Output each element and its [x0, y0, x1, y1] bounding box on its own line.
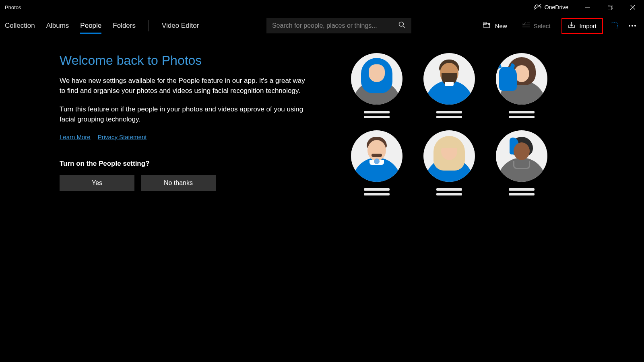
maximize-icon: [608, 5, 613, 10]
avatar-cell: [341, 53, 413, 118]
close-icon: [630, 5, 635, 10]
content: Welcome back to Photos We have new setti…: [0, 37, 644, 195]
avatar-cell: [485, 53, 558, 118]
prompt-title: Turn on the People setting?: [60, 160, 309, 168]
avatar: [496, 130, 547, 182]
avatar-placeholder-lines: [364, 188, 390, 195]
avatar-placeholder-lines: [364, 111, 390, 118]
minimize-button[interactable]: [576, 0, 599, 14]
svg-rect-1: [608, 6, 612, 10]
avatar-cell: [413, 130, 485, 195]
more-icon: [632, 25, 633, 27]
import-label: Import: [579, 23, 597, 29]
avatar: [423, 53, 475, 105]
avatars-grid: [341, 53, 558, 195]
avatar: [423, 130, 475, 182]
avatar: [496, 53, 547, 105]
avatar-placeholder-lines: [436, 188, 462, 195]
minimize-icon: [585, 7, 590, 8]
select-button[interactable]: Select: [518, 20, 555, 32]
onedrive-status[interactable]: OneDrive: [526, 4, 576, 11]
cloud-off-icon: [534, 4, 541, 11]
import-icon: [568, 22, 575, 30]
svg-point-2: [399, 22, 404, 27]
tab-albums[interactable]: Albums: [46, 19, 69, 33]
nav-divider: [149, 20, 149, 31]
welcome-paragraph-2: Turn this feature on if the people in yo…: [60, 105, 309, 124]
window-title: Photos: [5, 4, 21, 10]
navbar: Collection Albums People Folders Video E…: [0, 14, 644, 37]
svg-point-5: [488, 23, 490, 25]
learn-more-link[interactable]: Learn More: [60, 134, 91, 140]
nav-actions: New Select Import: [479, 18, 639, 34]
tab-video-editor[interactable]: Video Editor: [162, 19, 199, 33]
avatar-cell: [413, 53, 485, 118]
links-row: Learn More Privacy Statement: [60, 134, 309, 140]
yes-button[interactable]: Yes: [60, 175, 134, 191]
titlebar: Photos OneDrive: [0, 0, 644, 14]
new-button[interactable]: New: [479, 20, 511, 32]
search-input[interactable]: [272, 22, 395, 29]
avatar-placeholder-lines: [436, 111, 462, 118]
select-label: Select: [534, 23, 551, 29]
button-row: Yes No thanks: [60, 175, 309, 191]
avatar-placeholder-lines: [509, 188, 535, 195]
import-button[interactable]: Import: [561, 18, 603, 34]
avatar: [351, 53, 402, 105]
new-label: New: [495, 23, 507, 29]
select-icon: [522, 23, 530, 29]
svg-rect-0: [585, 7, 590, 8]
no-thanks-button[interactable]: No thanks: [141, 175, 216, 191]
titlebar-right: OneDrive: [526, 0, 644, 14]
window-controls: [576, 0, 644, 14]
avatar-cell: [485, 130, 558, 195]
search-icon[interactable]: [398, 21, 406, 30]
loading-spinner-icon: [610, 22, 618, 30]
cloud-label: OneDrive: [545, 4, 568, 10]
maximize-button[interactable]: [599, 0, 621, 14]
close-button[interactable]: [621, 0, 644, 14]
welcome-paragraph-1: We have new settings available for the P…: [60, 76, 309, 96]
more-button[interactable]: [625, 25, 639, 27]
privacy-link[interactable]: Privacy Statement: [98, 134, 147, 140]
search-box[interactable]: [266, 18, 411, 33]
welcome-panel: Welcome back to Photos We have new setti…: [60, 53, 309, 195]
avatar: [351, 130, 402, 182]
welcome-title: Welcome back to Photos: [60, 53, 309, 68]
more-icon: [629, 25, 630, 27]
avatar-placeholder-lines: [509, 111, 535, 118]
tab-collection[interactable]: Collection: [5, 19, 35, 33]
avatar-cell: [341, 130, 413, 195]
tab-folders[interactable]: Folders: [113, 19, 136, 33]
new-icon: [483, 22, 491, 30]
tab-people[interactable]: People: [80, 19, 101, 33]
more-icon: [634, 25, 636, 27]
search-wrap: [266, 18, 411, 33]
nav-tabs: Collection Albums People Folders Video E…: [5, 19, 199, 33]
